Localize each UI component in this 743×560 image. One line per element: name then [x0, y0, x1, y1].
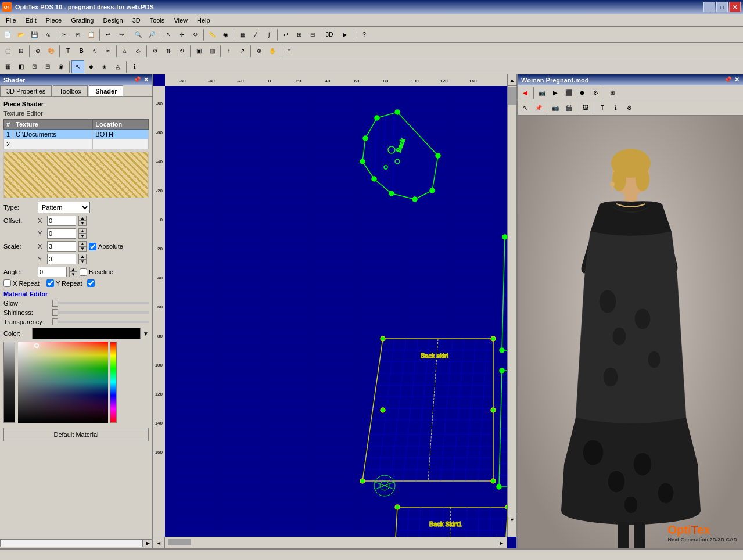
tb-paste[interactable]: 📋 — [85, 28, 98, 41]
offset-x-down[interactable]: ▼ — [78, 221, 87, 226]
tb2-dart[interactable]: ◇ — [132, 45, 145, 58]
menu-grading[interactable]: Grading — [66, 16, 98, 25]
absolute-checkbox[interactable] — [89, 243, 96, 250]
tb-save[interactable]: 💾 — [28, 28, 41, 41]
canvas-vscrollbar[interactable]: ▲ ▼ — [507, 74, 516, 537]
tb3-info[interactable]: ℹ — [128, 60, 141, 73]
tb-undo[interactable]: ↩ — [102, 28, 114, 41]
left-scrollbar[interactable]: ▶ — [0, 537, 152, 548]
scale-x-input[interactable]: 3 — [47, 241, 76, 252]
scale-x-up[interactable]: ▲ — [78, 241, 87, 246]
rt2-texture[interactable]: 🖼 — [579, 102, 592, 114]
shader-pin[interactable]: 📌 — [133, 76, 141, 84]
color-swatch[interactable] — [32, 328, 141, 339]
x-repeat-check[interactable]: X Repeat — [3, 279, 40, 287]
tb3-select-all[interactable]: ▦ — [1, 60, 14, 73]
shininess-track[interactable] — [52, 311, 149, 314]
offset-y-down[interactable]: ▼ — [78, 234, 87, 239]
tb2-layer[interactable]: ⊕ — [31, 45, 44, 58]
texture-row-2[interactable]: 2 — [4, 139, 149, 149]
baseline-checkbox[interactable] — [80, 268, 87, 276]
tb-zoom-in[interactable]: 🔍 — [132, 28, 145, 41]
scale-x-down[interactable]: ▼ — [78, 246, 87, 252]
tb2-grid[interactable]: ⊞ — [15, 45, 27, 58]
scale-y-up[interactable]: ▲ — [78, 254, 87, 259]
offset-y-input[interactable]: 0 — [47, 228, 76, 239]
material-editor-link[interactable]: Material Editor — [3, 290, 149, 297]
shader-close[interactable]: ✕ — [143, 76, 149, 84]
canvas-draw[interactable]: Back — [165, 86, 516, 548]
x-repeat-checkbox[interactable] — [3, 279, 11, 287]
tb2-pan[interactable]: ✋ — [266, 45, 279, 58]
tb-3d[interactable]: 3D — [323, 28, 336, 41]
rt1-config[interactable]: ⚙ — [589, 87, 602, 99]
tb2-curve2[interactable]: ∿ — [88, 45, 101, 58]
menu-help[interactable]: Help — [192, 16, 215, 25]
y-repeat-checkbox[interactable] — [46, 279, 54, 287]
tb-grade[interactable]: ▦ — [236, 28, 249, 41]
rt1-back[interactable]: ◀ — [519, 87, 532, 99]
hscroll-right[interactable]: ► — [496, 537, 507, 548]
tb-redo[interactable]: ↪ — [115, 28, 128, 41]
tb2-color[interactable]: 🎨 — [45, 45, 58, 58]
tb2-notch[interactable]: ⌂ — [119, 45, 131, 58]
transparency-handle[interactable] — [52, 318, 58, 325]
menu-view[interactable]: View — [169, 16, 192, 25]
tb2-wave[interactable]: ≈ — [102, 45, 114, 58]
angle-up[interactable]: ▲ — [69, 267, 77, 272]
rt2-pin[interactable]: 📌 — [532, 102, 545, 114]
tb-mirror[interactable]: ⇄ — [279, 28, 292, 41]
tb2-grainline[interactable]: ↑ — [222, 45, 235, 58]
tb3-piece-sel[interactable]: ◧ — [15, 60, 27, 73]
shininess-handle[interactable] — [52, 309, 58, 316]
scale-y-input[interactable]: 3 — [47, 254, 76, 264]
tb2-seam[interactable]: ▣ — [192, 45, 205, 58]
glow-handle[interactable] — [52, 300, 58, 307]
rt1-stop[interactable]: ⬛ — [562, 87, 575, 99]
rt1-play[interactable]: ▶ — [549, 87, 562, 99]
tb3-node[interactable]: ◆ — [85, 60, 98, 73]
tb-help[interactable]: ? — [358, 28, 371, 41]
tb3-group[interactable]: ⊡ — [28, 60, 41, 73]
tb-move[interactable]: ✛ — [175, 28, 188, 41]
tb2-snap[interactable]: ◫ — [1, 45, 14, 58]
vscroll-thumb[interactable] — [508, 87, 516, 105]
tb-new[interactable]: 📄 — [1, 28, 14, 41]
scroll-right-btn[interactable]: ▶ — [143, 539, 152, 547]
tb3-pts[interactable]: ◉ — [55, 60, 67, 73]
maximize-button[interactable]: □ — [716, 2, 728, 12]
tb-point[interactable]: ◉ — [219, 28, 232, 41]
color-spectrum[interactable] — [18, 342, 108, 423]
angle-input[interactable]: 0 — [38, 267, 67, 277]
tb3-arrow[interactable]: ↖ — [71, 60, 84, 73]
tab-toolbox[interactable]: Toolbox — [53, 85, 88, 96]
rt2-settings[interactable]: ⚙ — [623, 102, 636, 114]
tb2-seam2[interactable]: ▥ — [206, 45, 218, 58]
rt2-movie[interactable]: 🎬 — [562, 102, 575, 114]
tb-distribute[interactable]: ⊟ — [306, 28, 319, 41]
tb3-bezier[interactable]: ◈ — [98, 60, 111, 73]
type-select[interactable]: Pattern Solid Gradient — [38, 202, 90, 213]
vscroll-up[interactable]: ▲ — [508, 74, 516, 86]
texture-row-1[interactable]: 1 C:\Documents BOTH — [4, 130, 149, 139]
rt2-info2[interactable]: ℹ — [609, 102, 622, 114]
menu-edit[interactable]: Edit — [21, 16, 41, 25]
color-black-bar[interactable] — [3, 342, 15, 423]
rt1-record[interactable]: ⏺ — [576, 87, 588, 99]
canvas-hscrollbar[interactable]: ◄ ► — [153, 537, 507, 548]
offset-x-up[interactable]: ▲ — [78, 216, 87, 221]
glow-track[interactable] — [52, 302, 149, 304]
rt1-photo[interactable]: 📷 — [536, 87, 548, 99]
tb-zoom-out[interactable]: 🔎 — [145, 28, 158, 41]
tb2-text[interactable]: T — [62, 45, 74, 58]
piece-back-skirt[interactable]: Back skirt — [360, 336, 496, 483]
tb2-place[interactable]: ↗ — [236, 45, 249, 58]
transparency-track[interactable] — [52, 321, 149, 323]
tab-shader[interactable]: Shader — [89, 85, 123, 96]
rt2-text-tool[interactable]: T — [596, 102, 609, 114]
tb2-turn[interactable]: ↻ — [175, 45, 188, 58]
tb-measure[interactable]: 📏 — [206, 28, 218, 41]
absolute-check[interactable]: Absolute — [89, 243, 123, 250]
offset-y-up[interactable]: ▲ — [78, 228, 87, 234]
tb2-flip[interactable]: ⇅ — [162, 45, 175, 58]
